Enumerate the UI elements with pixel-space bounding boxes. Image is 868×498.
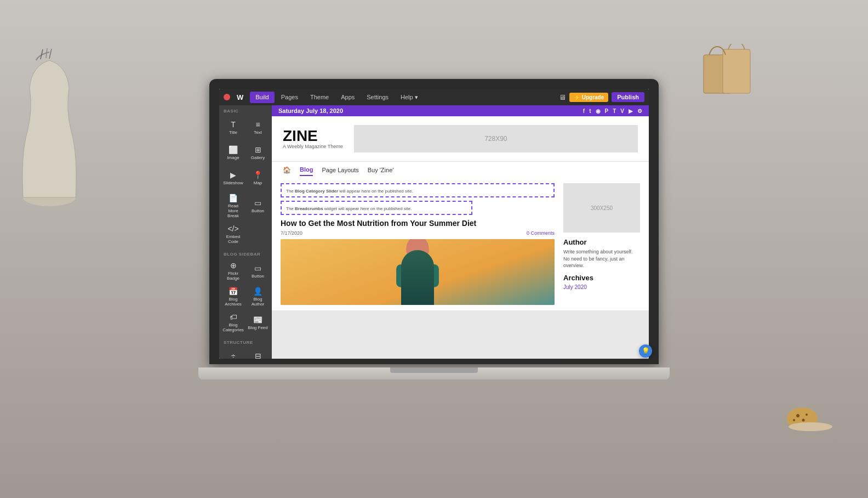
- sidebar-item-label: Text: [254, 130, 262, 135]
- sidebar-item-label: Read More Break: [222, 203, 244, 218]
- sidebar-item-label: Blog Categories: [222, 322, 244, 332]
- sidebar-item-author[interactable]: 👤 Blog Author: [246, 284, 270, 309]
- home-nav-icon[interactable]: 🏠: [283, 166, 291, 174]
- sidebar-section-basic: BASIC: [219, 105, 272, 115]
- sidebar-item-slideshow[interactable]: ▶ Slideshow: [221, 166, 245, 190]
- spacer-icon: ⊟: [255, 352, 261, 359]
- sidebar-item-button[interactable]: ▭ Button: [246, 191, 270, 220]
- site-content: Saturday July 18, 2020 f t ◉ P T V ▶: [272, 105, 649, 310]
- author-widget-title: Author: [563, 238, 640, 246]
- sidebar-item-title[interactable]: T Title: [221, 115, 245, 139]
- decorative-vase: [16, 44, 82, 219]
- facebook-icon[interactable]: f: [583, 108, 585, 114]
- sidebar-item-label: Title: [229, 130, 237, 135]
- svg-rect-10: [418, 301, 429, 305]
- upgrade-button[interactable]: ⚡ Upgrade: [569, 93, 608, 102]
- sidebar-item-divider[interactable]: ÷ Divider: [221, 347, 245, 359]
- sidebar-item-map[interactable]: 📍 Map: [246, 166, 270, 190]
- site-logo: ZINE A Weebly Magazine Theme: [283, 128, 343, 149]
- tab-pages[interactable]: Pages: [276, 92, 304, 103]
- site-logo-subtitle: A Weebly Magazine Theme: [283, 144, 343, 149]
- sidebar-item-archives[interactable]: 📅 Blog Archives: [221, 284, 245, 309]
- sidebar-section-structure: STRUCTURE: [219, 337, 272, 347]
- sidebar-item-flickr[interactable]: ⊕ Flickr Badge: [221, 258, 245, 283]
- categories-icon: 🏷: [230, 313, 237, 321]
- sidebar-item-label: Image: [227, 155, 239, 160]
- sidebar-blog-grid: ⊕ Flickr Badge ▭ Button 📅 Blog Archives: [219, 258, 272, 337]
- svg-point-15: [802, 419, 805, 422]
- sidebar-item-read-more[interactable]: 📄 Read More Break: [221, 191, 245, 220]
- tab-help[interactable]: Help ▾: [395, 92, 424, 103]
- sidebar-item-embed[interactable]: </> Embed Code: [221, 222, 245, 246]
- youtube-icon[interactable]: ▶: [629, 108, 633, 114]
- instagram-icon[interactable]: ◉: [596, 108, 601, 114]
- svg-line-2: [46, 48, 47, 58]
- sidebar-item-label: Button: [252, 274, 264, 279]
- button2-icon: ▭: [254, 264, 261, 272]
- settings-icon[interactable]: ⚙: [637, 108, 642, 114]
- read-more-icon: 📄: [229, 194, 238, 202]
- pinterest-icon[interactable]: P: [605, 108, 609, 114]
- sidebar-item-text[interactable]: ≡ Text: [246, 115, 270, 139]
- sidebar-item-categories[interactable]: 🏷 Blog Categories: [221, 310, 245, 335]
- social-icons: f t ◉ P T V ▶ ⚙: [583, 108, 642, 114]
- sidebar-section-blog: BLOG SIDEBAR: [219, 248, 272, 258]
- sidebar-item-label: Blog Archives: [222, 297, 244, 307]
- publish-button[interactable]: Publish: [612, 92, 644, 102]
- canvas-area[interactable]: Saturday July 18, 2020 f t ◉ P T V ▶: [272, 105, 649, 359]
- sidebar-item-feed[interactable]: 📰 Blog Feed: [246, 310, 270, 335]
- slideshow-icon: ▶: [230, 171, 236, 179]
- placeholder-slider-text: The Blog Category Slider will appear her…: [286, 189, 413, 194]
- title-icon: T: [231, 121, 236, 128]
- close-button[interactable]: [224, 94, 230, 100]
- sidebar-item-button2[interactable]: ▭ Button: [246, 258, 270, 283]
- date-text: Saturday July 18, 2020: [278, 107, 343, 114]
- tab-settings[interactable]: Settings: [361, 92, 394, 103]
- flickr-icon: ⊕: [230, 262, 237, 269]
- date-bar: Saturday July 18, 2020 f t ◉ P T V ▶: [272, 105, 649, 116]
- top-bar: W Build Pages Theme Apps Settings Help ▾…: [219, 89, 649, 105]
- sidebar-item-spacer[interactable]: ⊟ Spacer: [246, 347, 270, 359]
- vimeo-icon[interactable]: V: [620, 108, 624, 114]
- sidebar-item-label: Embed Code: [222, 234, 244, 244]
- blog-post-comments: 0 Comments: [527, 230, 555, 236]
- breadcrumbs-placeholder: The Breadcrumbs widget will appear here …: [281, 201, 472, 215]
- tab-theme[interactable]: Theme: [305, 92, 334, 103]
- tumblr-icon[interactable]: T: [613, 108, 616, 114]
- nav-right: 🖥 ⚡ Upgrade Publish: [559, 92, 644, 102]
- sidebar-basic-grid: T Title ≡ Text ⬜ Image: [219, 115, 272, 248]
- nav-item-page-layouts[interactable]: Page Layouts: [322, 165, 358, 176]
- sidebar-item-image[interactable]: ⬜ Image: [221, 140, 245, 165]
- author-icon: 👤: [253, 287, 262, 295]
- site-header: ZINE A Weebly Magazine Theme 728X90: [272, 116, 649, 161]
- monitor-icon[interactable]: 🖥: [559, 93, 566, 101]
- blog-post-image: [281, 239, 555, 305]
- blog-sidebar: 300X250 Author Write something about you…: [563, 183, 640, 305]
- image-icon: ⬜: [229, 146, 238, 154]
- embed-icon: </>: [227, 225, 238, 233]
- nav-item-blog[interactable]: Blog: [300, 164, 313, 176]
- nav-item-buy-zine[interactable]: Buy 'Zine': [368, 165, 394, 176]
- sidebar-item-label: Slideshow: [223, 180, 243, 185]
- svg-point-5: [406, 239, 429, 263]
- blog-post-title: How to Get the Most Nutrition from Your …: [281, 218, 555, 228]
- twitter-icon[interactable]: t: [589, 108, 591, 114]
- svg-point-14: [796, 414, 800, 417]
- site-nav: 🏠 Blog Page Layouts Buy 'Zine': [272, 161, 649, 178]
- button-icon: ▭: [254, 199, 261, 207]
- archives-icon: 📅: [229, 287, 238, 295]
- laptop-base: [198, 367, 670, 380]
- help-fab[interactable]: 💡: [639, 344, 649, 358]
- tab-apps[interactable]: Apps: [335, 92, 360, 103]
- sidebar-item-gallery[interactable]: ⊞ Gallery: [246, 140, 270, 165]
- svg-rect-9: [406, 301, 416, 305]
- map-icon: 📍: [253, 171, 262, 179]
- tab-build[interactable]: Build: [250, 92, 274, 103]
- blog-main: The Blog Category Slider will appear her…: [281, 183, 555, 305]
- sidebar: BASIC T Title ≡ Text: [219, 105, 272, 359]
- author-widget-text: Write something about yourself. No need …: [563, 248, 640, 269]
- paper-bags: [693, 44, 758, 99]
- main-area: BASIC T Title ≡ Text: [219, 105, 649, 359]
- svg-point-16: [793, 419, 795, 421]
- archives-july-link[interactable]: July 2020: [563, 284, 640, 290]
